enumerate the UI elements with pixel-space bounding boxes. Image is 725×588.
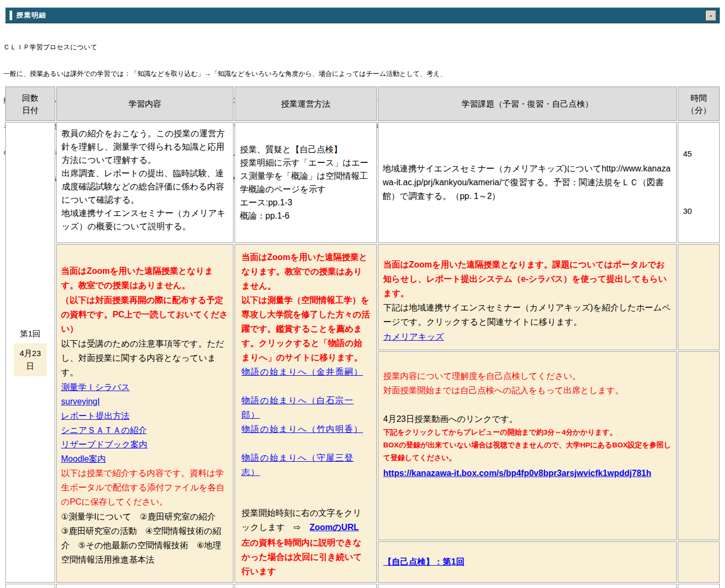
assignment-box1-cell: 当面はZoomを用いた遠隔授業となります。課題についてはポータルでお知らせし、レ… <box>378 244 677 350</box>
time-empty-cell-3 <box>678 541 720 583</box>
class-method-p3: エース:pp.1-3 <box>240 196 372 209</box>
header-learning-content-label: 学習内容 <box>128 98 161 110</box>
link-story-takeuchi[interactable]: 物語の始まりへ（竹内明香） <box>241 422 370 436</box>
titlebar-accent-icon <box>10 11 12 20</box>
header-time-unit-label: （分） <box>686 104 711 116</box>
session-number-cell: 第1回 4月23 日 <box>5 122 55 583</box>
link-box-video-url[interactable]: https://kanazawa-it.box.com/s/bp4fp0v8bp… <box>383 466 671 480</box>
time-review-minutes: 45 <box>683 149 692 158</box>
session-number: 第1回 <box>20 329 40 339</box>
header-assignments-label: 学習課題（予習・復習・自己点検） <box>462 98 593 110</box>
minimize-button[interactable]: - <box>705 10 717 21</box>
next-row-stub-cell <box>378 584 677 588</box>
header-learning-content: 学習内容 <box>56 87 234 121</box>
task1-homepage-intro: 下記は地域連携サイエンスセミナー（カメリアキッズ)を紹介したホームページです。ク… <box>383 300 671 329</box>
assignment-cell: 地域連携サイエンスセミナー（カメリアキッズ)についてhttp://www.kan… <box>378 122 677 243</box>
link-senior-sata[interactable]: シニアＳＡＴＡの紹介 <box>61 423 229 437</box>
window-title: 授業明細 <box>16 11 46 20</box>
link-reserved-book[interactable]: リザーブドブック案内 <box>61 437 229 452</box>
method-note-carryover: 左の資料を時間内に説明できなかった場合は次回に引き続いて行います <box>241 535 370 578</box>
session-date-month-day: 4月23 <box>14 347 47 360</box>
intro-line-1: ＣＬＩＰ学習プロセスについて <box>3 43 454 52</box>
next-row-stub-cell <box>5 584 55 588</box>
window-titlebar: 授業明細 - <box>5 7 720 23</box>
assignment-box3-cell: 【自己点検】：第1回 <box>378 541 677 583</box>
header-class-method: 授業運営方法 <box>235 87 377 121</box>
header-class-method-label: 授業運営方法 <box>281 98 331 110</box>
assignment-text: 地域連携サイエンスセミナー（カメリアキッズ)についてhttp://www.kan… <box>383 162 672 203</box>
learning-content-notes-cell: 当面はZoomを用いた遠隔授業となります。教室での授業はありません。 （以下は対… <box>56 244 234 583</box>
intro-line-2: 一般に、授業あるいは課外での学習では：「知識などを取り込む」→「知識などをいろい… <box>3 70 454 79</box>
link-report-submission[interactable]: レポート提出方法 <box>61 409 229 423</box>
next-row-stub-cell <box>56 584 234 588</box>
learning-content-p2: 出席調査、レポートの提出、臨時試験、達成度確認試験などの総合評価に係わる内容につ… <box>62 167 228 206</box>
content-note-zoom-warning: 当面はZoomを用いた遠隔授業となります。教室での授業はありません。 <box>61 264 229 292</box>
link-self-check-round1[interactable]: 【自己点検】：第1回 <box>383 557 464 568</box>
header-session-date: 回数 日付 <box>5 87 55 121</box>
link-zoom-url[interactable]: ZoomのURL <box>309 523 359 532</box>
header-time-label: 時間 <box>691 92 707 104</box>
syllabus-page: 授業明細 - ＣＬＩＰ学習プロセスについて 一般に、授業あるいは課外での学習では… <box>0 0 725 588</box>
next-row-stub-cell <box>235 584 377 588</box>
session-date-badge: 4月23 日 <box>14 343 47 376</box>
session-date-day-suffix: 日 <box>14 360 47 373</box>
method-note-zoom-instruction: 授業開始時刻に右の文字をクリックします ⇨ ZoomのURL <box>241 506 370 534</box>
class-method-cell: 授業、質疑と【自己点検】 授業明細に示す「エース」はエース測量学を「概論」は空間… <box>235 122 377 243</box>
right-arrow-icon: ⇨ <box>294 523 300 532</box>
link-surveying-1[interactable]: surveyingI <box>61 394 229 409</box>
link-moodle-guide[interactable]: Moodle案内 <box>61 452 229 466</box>
content-note-material-warning: （以下は対面授業再開の際に配布する予定の資料です。PC上で一読しておいてください… <box>61 293 229 336</box>
task1-zoom-warning: 当面はZoomを用いた遠隔授業となります。課題についてはポータルでお知らせし、レ… <box>383 257 671 300</box>
time-empty-cell-1 <box>678 244 720 350</box>
link-camellia-kids[interactable]: カメリアキッズ <box>383 330 444 344</box>
next-row-stub-cell <box>678 584 720 588</box>
learning-content-p1: 教員の紹介をおこなう。この授業の運営方針を理解し、測量学で得られる知識と応用方法… <box>62 127 228 167</box>
task2-selfcheck-note1: 授業内容について理解度を自己点検してください。 <box>383 369 671 383</box>
header-time: 時間 （分） <box>678 87 720 121</box>
task2-box-registration-warning: BOXの登録が出来ていない場合は視聴できませんので、大学HPにあるBOX設定を参… <box>383 439 671 464</box>
assignment-box2-cell: 授業内容について理解度を自己点検してください。 対面授業開始までは自己点検への記… <box>378 351 677 540</box>
header-assignments: 学習課題（予習・復習・自己点検） <box>378 87 677 121</box>
time-cell: 45 30 <box>678 122 720 243</box>
link-story-shiraishi[interactable]: 物語の始まりへ（白石宗一郎） <box>241 393 370 422</box>
task2-video-link-intro: 4月23日授業動画へのリンクです。 <box>383 412 671 426</box>
learning-content-p3: 地域連携サイエンスセミナー（カメリアキッズ）の概要について説明する。 <box>62 206 228 233</box>
link-story-kanai[interactable]: 物語の始まりへ（金井喬嗣） <box>241 365 370 379</box>
time-empty-cell-2 <box>678 351 720 540</box>
method-note-alumni-intro: 以下は測量学（空間情報工学）を専攻し大学院を修了した方々の活躍です。鑑賞すること… <box>241 293 370 365</box>
link-story-moriya[interactable]: 物語の始まりへ（守屋三登志） <box>241 451 370 479</box>
task2-selfcheck-note2: 対面授業開始までは自己点検への記入をもって出席とします。 <box>383 383 671 397</box>
class-method-p4: 概論：pp.1-6 <box>240 209 372 222</box>
class-method-p2: 授業明細に示す「エース」はエース測量学を「概論」は空間情報工学概論のページを示す <box>240 156 372 196</box>
learning-content-cell: 教員の紹介をおこなう。この授業の運営方針を理解し、測量学で得られる知識と応用方法… <box>56 122 234 243</box>
link-surveying-syllabus[interactable]: 測量学Ｉシラバス <box>61 380 229 394</box>
header-session-label: 回数 <box>22 92 39 104</box>
class-method-notes-cell: 当面はZoomを用いた遠隔授業となります。教室での授業はありません。 以下は測量… <box>235 244 377 583</box>
header-date-label: 日付 <box>22 104 39 116</box>
content-note-topics-list: ①測量学Iについて ②鹿田研究室の紹介 ③鹿田研究室の活動 ④空間情報技術の紹介… <box>61 509 229 567</box>
task2-preview-warning: 下記をクリックしてからプレビューの開始まで約3分～4分かかります。 <box>383 426 671 439</box>
content-note-save-files: 以下は授業で紹介する内容です。資料は学生ポータルで配信する添付ファイルを各自のP… <box>61 466 229 509</box>
syllabus-table: 回数 日付 学習内容 授業運営方法 学習課題（予習・復習・自己点検） 時間 （分… <box>5 87 720 588</box>
time-prep-minutes: 30 <box>683 206 692 215</box>
content-note-precautions: 以下は受講のための注意事項等です。ただし、対面授業に関する内容となっています。 <box>61 336 229 379</box>
class-method-p1: 授業、質疑と【自己点検】 <box>240 143 372 156</box>
method-note-zoom-warning: 当面はZoomを用いた遠隔授業となります。教室での授業はありません。 <box>241 250 370 293</box>
